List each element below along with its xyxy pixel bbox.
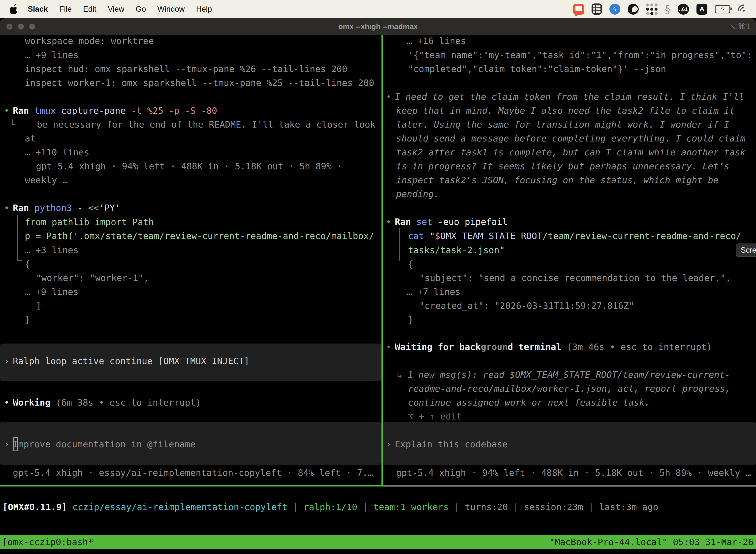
tmux-status-bar: [omx-cczip0:bash* "MacBook-Pro-44.local"…: [0, 535, 756, 549]
terminal-line: from pathlib import Path: [25, 215, 154, 229]
terminal-line: task2 after task1 is complete, but can I…: [396, 146, 746, 159]
terminal-line: inspect task2's JSON, focusing on the st…: [396, 173, 718, 187]
terminal-line: •Waiting for background terminal (3m 46s…: [386, 340, 712, 354]
menu-item-edit[interactable]: Edit: [83, 5, 96, 14]
terminal-line: … +3 lines: [25, 243, 79, 257]
blue-bolt-icon[interactable]: ϟ: [610, 3, 620, 15]
terminal-line: {: [25, 257, 30, 271]
terminal-line: [OMX#0.11.9] cczip/essay/ai-reimplementa…: [2, 500, 658, 514]
count-badge-icon[interactable]: ..61: [678, 3, 689, 15]
window-title-bar: omx --xhigh --madmax ⌥⌘1: [0, 18, 756, 35]
terminal-line: … +9 lines: [25, 285, 79, 299]
terminal-line: ↳ 1 new msg(s): read $OMX_TEAM_STATE_ROO…: [397, 368, 730, 382]
menubar-status-icons: ϟ § ..61 A ϟ: [573, 3, 750, 15]
terminal-line: }: [408, 313, 414, 327]
terminal-line: cat "$OMX_TEAM_STATE_ROOT/team/review-cu…: [408, 229, 741, 243]
terminal-line: workspace_mode: worktree: [25, 35, 154, 48]
terminal-line: •Working (6m 38s • esc to interrupt): [4, 396, 201, 409]
text-cursor: I: [13, 437, 18, 451]
dots-grid-icon[interactable]: [646, 3, 657, 15]
tmux-session-window: [omx-cczip0:bash*: [2, 535, 93, 549]
terminal-line: continue assigned work or next feasible …: [408, 396, 650, 409]
terminal-line: should send a message before completing …: [396, 131, 746, 146]
terminal-line: p = Path('.omx/state/team/review-current…: [25, 229, 374, 243]
menu-item-app[interactable]: Slack: [28, 5, 48, 14]
menu-item-window[interactable]: Window: [157, 5, 185, 14]
tmux-host-clock: "MacBook-Pro-44.local" 05:03 31-Mar-26: [549, 535, 754, 549]
terminal-line: gpt-5.4 xhigh · 94% left · 488K in · 5.1…: [396, 466, 751, 480]
terminal-line: … +9 lines: [25, 48, 79, 62]
apple-logo-icon[interactable]: [10, 4, 19, 14]
terminal-line: ›Ralph loop active continue [OMX_TMUX_IN…: [4, 354, 249, 368]
terminal-line: ›Explain this codebase: [386, 437, 508, 451]
terminal-line: }: [25, 313, 30, 327]
menu-item-file[interactable]: File: [59, 5, 72, 14]
terminal-line: gpt-5.4 xhigh · essay/ai-reimplementatio…: [13, 466, 373, 480]
terminal-line: ]: [36, 299, 42, 313]
terminal-line: ⌥ + ↑ edit: [408, 409, 462, 424]
terminal-line: keep that in mind. Maybe I also need the…: [396, 104, 735, 118]
window-title: omx --xhigh --madmax: [0, 22, 756, 31]
terminal-line: •Ran set -euo pipefail: [386, 215, 508, 229]
terminal-line: … +110 lines: [25, 146, 89, 159]
terminal-line: … +7 lines: [407, 285, 460, 299]
terminal-line: •Ran python3 - <<'PY': [4, 201, 120, 215]
menu-items: Slack FileEditViewGoWindowHelp: [28, 5, 212, 14]
left-pane-bottom-border: [0, 485, 383, 487]
terminal-line: is in progress? It seems likely but perh…: [396, 159, 730, 173]
terminal-line: tasks/task-2.json": [408, 243, 505, 257]
wifi-icon[interactable]: [738, 3, 750, 15]
terminal-line: weekly …: [25, 173, 68, 187]
terminal-line: {: [408, 257, 414, 271]
terminal-line: pending.: [396, 187, 439, 201]
terminal-content[interactable]: workspace_mode: worktree… +9 linesinspec…: [0, 35, 756, 554]
menu-item-view[interactable]: View: [108, 5, 124, 14]
terminal-line: inspect_worker-1: omx sparkshell --tmux-…: [25, 76, 374, 90]
terminal-line: ›Improve documentation in @filename: [4, 437, 196, 451]
terminal-line: └ be necessary for the end of the README…: [10, 118, 376, 131]
terminal-line: … +16 lines: [407, 35, 466, 48]
terminal-line: "worker": "worker-1",: [36, 271, 149, 285]
terminal-line: "created_at": "2026-03-31T11:59:27.816Z": [419, 299, 634, 313]
screen-tooltip: Scre: [736, 243, 756, 257]
terminal-line: inspect_hud: omx sparkshell --tmux-pane …: [25, 62, 347, 76]
shield-grid-icon[interactable]: [591, 3, 602, 15]
moon-icon[interactable]: [628, 3, 639, 15]
terminal-line: •I need to get the claim token from the …: [386, 90, 744, 104]
pane-separator-vertical: [381, 35, 383, 486]
hook-icon[interactable]: §: [665, 3, 670, 15]
input-source-icon[interactable]: A: [696, 3, 707, 15]
terminal-line: at: [25, 131, 36, 146]
screen-share-icon[interactable]: [573, 3, 584, 15]
terminal-line: "completed","claim_token":"claim-token"}…: [408, 62, 666, 76]
terminal-line: readme-and-reco/mailbox/worker-1.json, a…: [408, 382, 731, 396]
terminal-line: gpt-5.4 xhigh · 94% left · 488K in · 5.1…: [36, 159, 342, 173]
menu-item-go[interactable]: Go: [136, 5, 146, 14]
battery-icon[interactable]: ϟ: [715, 3, 730, 15]
menu-item-help[interactable]: Help: [196, 5, 212, 14]
output-connector-line: [399, 228, 404, 261]
right-pane-bottom-border: [383, 486, 756, 487]
terminal-line: "subject": "send a concise recommendatio…: [419, 271, 731, 285]
terminal-line: '{"team_name":"my-team","task_id":"1","f…: [408, 48, 752, 62]
output-connector-line: [17, 215, 22, 261]
window-shortcut: ⌥⌘1: [729, 22, 751, 31]
menu-bar: Slack FileEditViewGoWindowHelp ϟ § ..61 …: [0, 0, 756, 18]
terminal-line: later. Using the same for transition mig…: [396, 118, 730, 131]
terminal-line: •Ran tmux capture-pane -t %25 -p -S -80: [4, 104, 217, 118]
